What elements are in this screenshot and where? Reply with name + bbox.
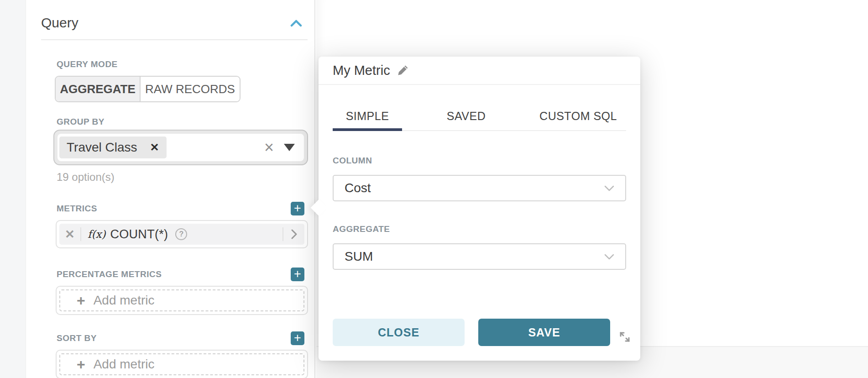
metric-name: My Metric (333, 63, 390, 78)
chevron-right-icon (291, 229, 297, 239)
tab-simple[interactable]: SIMPLE (333, 110, 402, 123)
query-mode-raw-records-button[interactable]: RAW RECORDS (141, 77, 240, 101)
aggregate-select-value: SUM (345, 249, 604, 264)
query-control-panel: Query QUERY MODE AGGREGATE RAW RECORDS G… (26, 0, 315, 378)
close-button[interactable]: CLOSE (333, 319, 465, 346)
section-divider (41, 39, 308, 40)
sort-by-list: + Add metric (56, 350, 308, 378)
plus-icon: + (294, 202, 301, 214)
add-sort-metric-button[interactable]: + (291, 331, 304, 345)
plus-icon: + (77, 357, 85, 371)
metrics-label: METRICS (57, 204, 97, 214)
column-label: COLUMN (333, 156, 626, 166)
group-by-select-inner: Travel Class ✕ × (58, 134, 304, 161)
popover-body: SIMPLE SAVED CUSTOM SQL COLUMN Cost AGGR… (319, 85, 640, 361)
metric-editor-tabs: SIMPLE SAVED CUSTOM SQL (333, 85, 626, 131)
clear-all-icon[interactable]: × (264, 141, 274, 154)
tab-saved[interactable]: SAVED (432, 110, 501, 123)
group-by-label: GROUP BY (57, 117, 308, 127)
chevron-down-icon (604, 185, 614, 191)
add-percentage-metric-dropzone[interactable]: + Add metric (59, 289, 304, 311)
group-by-tag[interactable]: Travel Class ✕ (59, 136, 167, 158)
add-metric-button[interactable]: + (291, 202, 304, 215)
caret-down-icon[interactable] (284, 144, 295, 151)
add-percentage-metric-button[interactable]: + (291, 268, 304, 281)
metric-editor-popover: My Metric SIMPLE SAVED CUSTOM SQL COLUMN… (319, 57, 640, 361)
column-select[interactable]: Cost (333, 175, 626, 201)
edit-name-button[interactable] (397, 64, 409, 77)
add-sort-metric-dropzone[interactable]: + Add metric (59, 353, 304, 375)
tag-remove-icon[interactable]: ✕ (150, 141, 159, 154)
percentage-metrics-label: PERCENTAGE METRICS (57, 269, 162, 279)
column-select-value: Cost (345, 181, 604, 195)
active-tab-indicator (333, 128, 402, 131)
metric-remove-icon[interactable]: ✕ (59, 227, 80, 242)
query-mode-toggle: AGGREGATE RAW RECORDS (55, 76, 241, 102)
popover-actions: CLOSE SAVE (333, 319, 610, 346)
plus-icon: + (294, 268, 301, 280)
left-nav-rail (0, 0, 26, 378)
resize-diagonal-icon (617, 330, 632, 344)
sort-by-label: SORT BY (57, 333, 97, 343)
query-section-header: Query (41, 15, 308, 31)
query-section-title: Query (41, 15, 78, 31)
metric-expand-control[interactable] (282, 227, 304, 241)
query-mode-label: QUERY MODE (57, 59, 308, 69)
aggregate-select[interactable]: SUM (333, 243, 626, 270)
tab-custom-sql[interactable]: CUSTOM SQL (530, 110, 626, 123)
metrics-header-row: METRICS + (57, 202, 308, 215)
plus-icon: + (77, 294, 85, 307)
save-button[interactable]: SAVE (478, 319, 610, 346)
function-icon: f(x) (88, 228, 105, 240)
popover-resize-handle[interactable] (617, 330, 632, 344)
chevron-up-icon (290, 19, 302, 27)
collapse-section-button[interactable] (290, 19, 302, 27)
group-by-options-hint: 19 option(s) (57, 171, 308, 184)
plus-icon: + (294, 332, 301, 344)
popover-header: My Metric (319, 57, 640, 85)
sort-by-header-row: SORT BY + (57, 331, 308, 345)
add-metric-placeholder: Add metric (94, 357, 155, 372)
percentage-metrics-list: + Add metric (56, 286, 308, 315)
percentage-metrics-header-row: PERCENTAGE METRICS + (57, 268, 308, 281)
metric-item-label: COUNT(*) (110, 227, 168, 242)
pencil-icon (397, 64, 409, 77)
help-icon[interactable]: ? (175, 228, 187, 240)
chevron-down-icon (604, 254, 614, 260)
group-by-tag-label: Travel Class (67, 140, 137, 155)
add-metric-placeholder: Add metric (94, 293, 155, 308)
divider (80, 227, 81, 241)
metric-item[interactable]: ✕ f(x) COUNT(*) ? (59, 224, 304, 245)
metrics-list: ✕ f(x) COUNT(*) ? (56, 220, 308, 248)
aggregate-label: AGGREGATE (333, 224, 626, 234)
group-by-select[interactable]: Travel Class ✕ × (53, 130, 308, 165)
query-mode-aggregate-button[interactable]: AGGREGATE (56, 77, 141, 101)
